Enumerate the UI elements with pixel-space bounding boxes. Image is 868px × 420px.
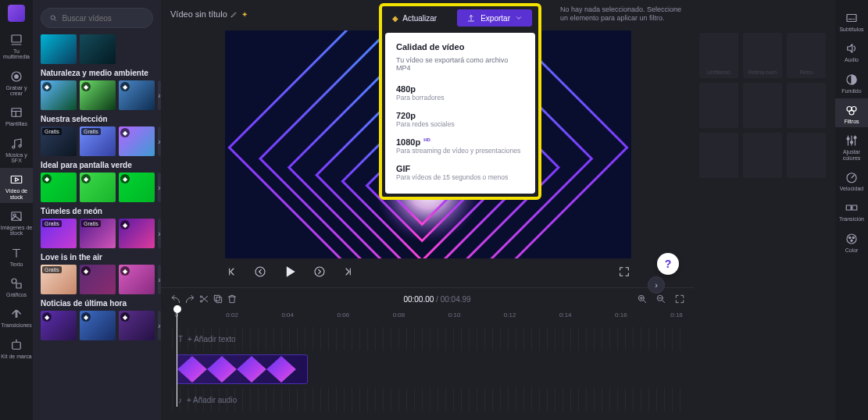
music-icon: [9, 137, 23, 151]
play-button[interactable]: [281, 263, 298, 280]
right-nav-audio[interactable]: Audio: [835, 37, 868, 66]
filter-tile[interactable]: [743, 133, 782, 178]
filter-tile[interactable]: [743, 83, 782, 128]
video-clip[interactable]: [177, 354, 308, 384]
library-thumb[interactable]: [41, 34, 77, 64]
split-icon[interactable]: [198, 294, 209, 304]
left-nav-stockimg[interactable]: Imágenes de stock: [0, 205, 33, 240]
left-nav-text[interactable]: Texto: [0, 241, 33, 270]
playhead[interactable]: [177, 310, 177, 407]
svg-point-7: [13, 146, 15, 148]
undo-icon[interactable]: [170, 294, 181, 304]
library-thumb[interactable]: Gratis: [41, 265, 77, 294]
library-thumb[interactable]: ◆: [119, 311, 155, 340]
upgrade-button[interactable]: ◆Actualizar: [384, 11, 445, 26]
library-thumb[interactable]: ◆: [80, 80, 116, 110]
text-track[interactable]: T+ Añadir texto: [172, 327, 684, 351]
filter-tile[interactable]: Retro: [787, 33, 826, 78]
graphics-icon: [9, 276, 23, 290]
duplicate-icon[interactable]: [213, 294, 223, 304]
left-nav-record[interactable]: Grabar y crear: [0, 65, 33, 100]
library-row: ◆◆◆›: [33, 173, 161, 202]
library-thumb[interactable]: ◆: [41, 311, 77, 340]
time-ruler[interactable]: 00:020:040:060:080:100:120:140:160:18: [172, 311, 684, 327]
library-thumb[interactable]: ◆: [41, 173, 77, 202]
left-nav-label: Imágenes de stock: [0, 225, 33, 237]
redo-icon[interactable]: [184, 294, 195, 304]
filter-carousel-next[interactable]: ›: [648, 276, 665, 294]
help-button[interactable]: ?: [657, 253, 679, 275]
filter-tile[interactable]: [787, 133, 826, 178]
zoom-in-icon[interactable]: [637, 294, 648, 304]
left-nav-music[interactable]: Música y SFX: [0, 132, 33, 167]
fullscreen-button[interactable]: [617, 265, 631, 279]
right-nav-filters[interactable]: Filtros: [835, 98, 868, 127]
svg-rect-17: [13, 342, 21, 349]
library-thumb[interactable]: Gratis: [80, 126, 116, 156]
library-thumb[interactable]: [80, 34, 116, 64]
project-title[interactable]: Vídeo sin título ✦: [170, 9, 248, 19]
right-nav-adjust[interactable]: Ajustar colores: [835, 129, 868, 164]
filter-tile[interactable]: Unfiltered: [699, 33, 738, 78]
filter-tile[interactable]: [787, 83, 826, 128]
right-nav-transition[interactable]: Transición: [835, 196, 868, 225]
step-back-button[interactable]: [253, 265, 267, 279]
left-nav-templates[interactable]: Plantillas: [0, 101, 33, 130]
library-thumb[interactable]: Gratis: [41, 219, 77, 248]
library-thumb[interactable]: Gratis: [41, 126, 77, 156]
right-nav-subtitles[interactable]: Subtítulos: [835, 6, 868, 35]
export-quality-option[interactable]: 1080pHDPara streaming de vídeo y present…: [396, 133, 524, 159]
app-logo[interactable]: [8, 5, 25, 22]
zoom-fit-icon[interactable]: [674, 294, 685, 304]
library-thumb[interactable]: ◆: [119, 173, 155, 202]
left-nav-stock[interactable]: Vídeo de stock: [0, 168, 33, 203]
video-track[interactable]: [172, 354, 684, 385]
filter-tile[interactable]: [699, 133, 738, 178]
library-thumb[interactable]: ◆: [119, 126, 155, 156]
library-thumb[interactable]: ◆: [80, 265, 116, 294]
svg-point-3: [15, 74, 19, 78]
library-thumb[interactable]: ◆: [41, 80, 77, 110]
left-nav-brand[interactable]: Kit de marca: [0, 333, 33, 362]
ruler-tick: 0:16: [615, 311, 627, 319]
right-nav-speed[interactable]: Velocidad: [835, 166, 868, 194]
right-nav-color[interactable]: Color: [835, 227, 868, 256]
quality-desc: Para redes sociales: [396, 120, 524, 128]
right-nav-label: Subtítulos: [839, 27, 863, 32]
left-nav-label: Vídeo de stock: [0, 188, 33, 200]
right-nav-label: Velocidad: [840, 186, 863, 191]
left-nav-graphics[interactable]: Gráficos: [0, 272, 33, 301]
export-quality-option[interactable]: 720pPara redes sociales: [396, 106, 524, 133]
left-nav-label: Grabar y crear: [0, 85, 33, 97]
library-thumb[interactable]: ◆: [119, 219, 155, 248]
library-thumb[interactable]: ◆: [119, 265, 155, 294]
premium-badge-icon: ◆: [81, 82, 91, 91]
right-nav-fade[interactable]: Fundido: [835, 68, 868, 97]
audio-track[interactable]: ♪+ Añadir audio: [172, 388, 684, 411]
filter-tile[interactable]: [699, 83, 738, 128]
filter-tile[interactable]: Retina burn: [743, 33, 782, 78]
library-thumb[interactable]: ◆: [80, 173, 116, 202]
svg-rect-16: [16, 283, 21, 288]
timeline-tracks[interactable]: 00:020:040:060:080:100:120:140:160:18 T+…: [161, 310, 695, 419]
library-thumb[interactable]: ◆: [80, 311, 116, 340]
library-thumb[interactable]: ◆: [119, 80, 155, 110]
svg-rect-0: [12, 35, 21, 42]
export-quality-option[interactable]: GIFPara vídeos de 15 segundos o menos: [396, 159, 524, 186]
right-nav-label: Filtros: [844, 119, 859, 124]
delete-icon[interactable]: [227, 294, 238, 304]
premium-badge-icon: ◆: [42, 82, 52, 91]
sparkle-icon: ✦: [241, 10, 248, 19]
step-fwd-button[interactable]: [313, 265, 327, 279]
ruler-tick: 0:08: [393, 311, 405, 319]
zoom-out-icon[interactable]: [655, 294, 666, 304]
left-nav-transitions[interactable]: Transiciones: [0, 302, 33, 331]
left-nav-media[interactable]: Tu multimedia: [0, 28, 33, 63]
skip-back-button[interactable]: [225, 265, 239, 279]
filter-empty-hint: No hay nada seleccionado. Seleccione un …: [560, 5, 685, 23]
search-input[interactable]: [62, 14, 145, 23]
skip-fwd-button[interactable]: [341, 265, 355, 279]
export-quality-option[interactable]: 480pPara borradores: [396, 80, 524, 106]
library-thumb[interactable]: Gratis: [80, 219, 116, 248]
export-button[interactable]: Exportar: [457, 9, 532, 27]
